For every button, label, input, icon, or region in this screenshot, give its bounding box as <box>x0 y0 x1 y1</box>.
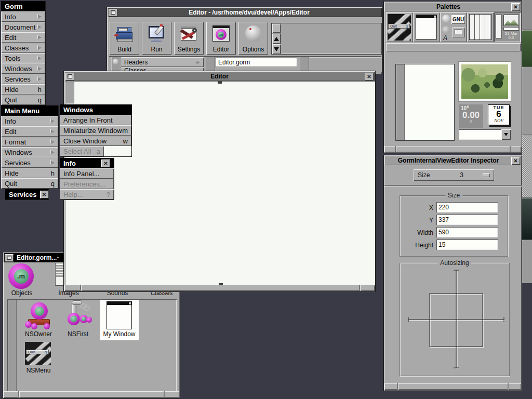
window-title: Editor <box>74 73 365 80</box>
menu-item-close-window[interactable]: Close Windoww <box>60 136 131 146</box>
toolbar-scrollbar[interactable] <box>272 23 281 54</box>
window-resize-bar[interactable] <box>384 383 521 390</box>
main-menu-titlebar[interactable]: Main Menu <box>1 105 58 116</box>
x-field[interactable] <box>436 202 498 212</box>
inspector-titlebar[interactable]: GormInternalViewEditor Inspector ✕ <box>384 156 521 165</box>
menu-item-help[interactable]: Help...? <box>60 189 114 200</box>
menu-item-quit[interactable]: Quitq <box>1 95 45 105</box>
menu-item-classes[interactable]: Classes <box>1 43 45 53</box>
menu-item-hide[interactable]: Hideh <box>1 168 58 178</box>
menu-item-info-panel[interactable]: Info Panel... <box>60 168 114 179</box>
window-resize-bar[interactable] <box>4 391 179 397</box>
dock-tile[interactable] <box>522 198 532 240</box>
tab-objects[interactable]: Objects <box>8 289 35 297</box>
menu-item-document[interactable]: Document <box>1 22 45 32</box>
menu-item-quit[interactable]: Quitq <box>1 178 58 189</box>
y-field[interactable] <box>436 215 498 225</box>
menu-item-miniaturize-window[interactable]: Miniaturize Windowm <box>60 125 131 136</box>
scrollbar-knob[interactable] <box>272 24 281 33</box>
menu-item-windows[interactable]: Windows <box>1 63 45 74</box>
menu-item-windows[interactable]: Windows <box>1 147 58 157</box>
miniaturize-button[interactable] <box>65 73 74 81</box>
calendar-view[interactable]: TUE 6 NOV <box>488 104 510 125</box>
dock-tile[interactable] <box>522 136 532 198</box>
textview-scrollbar[interactable] <box>396 64 405 140</box>
close-button[interactable]: ✕ <box>40 191 49 198</box>
submenu-arrow-icon <box>38 25 42 29</box>
background-dock <box>522 0 532 283</box>
menu-item-preferences[interactable]: Preferences... <box>60 179 114 189</box>
window-resize-bar[interactable] <box>64 285 375 291</box>
menu-item-hide[interactable]: Hideh <box>1 84 45 95</box>
menu-item-select-all[interactable]: Select Alla <box>60 146 104 156</box>
services-menu-titlebar[interactable]: Services ✕ <box>5 189 48 200</box>
windows-menu-titlebar[interactable]: Windows <box>60 104 131 115</box>
gorm-menu-titlebar[interactable]: Gorm <box>1 1 45 11</box>
dock-tile[interactable] <box>522 0 532 30</box>
palette-controls[interactable]: A GNU <box>440 12 467 42</box>
palette-textview[interactable] <box>395 64 455 141</box>
object-nsfirst[interactable]: NSFirst <box>62 300 94 340</box>
scroll-down-button[interactable] <box>272 44 281 54</box>
options-button[interactable]: Options <box>238 22 268 55</box>
menu-item-tools[interactable]: Tools <box>1 53 45 63</box>
autosizing-control[interactable] <box>400 264 509 375</box>
close-button[interactable]: ✕ <box>511 157 520 165</box>
palettes-titlebar[interactable]: Palettes ✕ <box>384 2 521 11</box>
combo-input[interactable] <box>459 129 501 140</box>
miniaturize-button[interactable] <box>5 254 14 262</box>
objects-scrollbar[interactable] <box>8 300 17 391</box>
palette-misc-selected[interactable]: 31 Mar 0.0 <box>494 12 521 42</box>
info-menu: Info ✕ Info Panel... Preferences... Help… <box>60 158 114 200</box>
inspector-popup-button[interactable]: Size 3 <box>414 169 494 181</box>
palette-data[interactable] <box>467 12 494 42</box>
menu-item-format[interactable]: Format <box>1 137 58 147</box>
menu-item-info[interactable]: Info <box>1 11 45 22</box>
menu-item-edit[interactable]: Edit <box>1 126 58 137</box>
selection-handle-top[interactable] <box>218 81 222 84</box>
width-field[interactable] <box>436 227 498 237</box>
editor-window-titlebar[interactable]: Editor ✕ <box>64 72 375 81</box>
run-button[interactable]: Run <box>142 22 171 55</box>
submenu-arrow-icon <box>38 56 42 60</box>
palette-menus[interactable]: Quitq <box>386 12 413 42</box>
palette-content: 106 0.00 $ TUE 6 NOV <box>385 51 522 147</box>
info-menu-titlebar[interactable]: Info ✕ <box>60 158 114 168</box>
currency-cell[interactable]: 106 0.00 $ <box>459 104 483 128</box>
menu-item-info[interactable]: Info <box>1 116 58 126</box>
combo-dropdown-button[interactable] <box>501 129 511 140</box>
object-nsmenu[interactable]: Quitq NSMenu <box>22 341 55 379</box>
settings-button[interactable]: Settings <box>174 22 204 55</box>
palette-windows[interactable] <box>413 12 440 42</box>
miniaturize-button[interactable] <box>109 9 117 17</box>
miniaturize-icon <box>7 256 11 260</box>
close-button[interactable]: ✕ <box>511 3 520 11</box>
close-button[interactable]: ✕ <box>365 73 374 81</box>
combo-box[interactable] <box>459 129 511 140</box>
dock-tile[interactable] <box>522 241 532 283</box>
build-button[interactable]: Build <box>110 22 139 55</box>
menu-item-services[interactable]: Services <box>1 157 58 168</box>
close-button[interactable]: ✕ <box>101 159 110 167</box>
menu-item-services[interactable]: Services <box>1 74 45 84</box>
palette-imageview[interactable] <box>459 62 511 101</box>
tab-objects-icon[interactable]: .m <box>8 263 34 289</box>
window-resize-bar[interactable] <box>384 146 521 152</box>
editor-button[interactable]: .m Editor <box>206 22 236 55</box>
menu-item-arrange-in-front[interactable]: Arrange In Front <box>60 115 131 125</box>
nsmenu-quit-row: Quitq <box>26 350 49 354</box>
object-mywindow-selected[interactable]: My Window <box>100 300 139 340</box>
scroll-up-button[interactable] <box>272 34 281 44</box>
browser-cell-headers[interactable]: Headers <box>121 57 204 67</box>
field-label-y: Y <box>404 217 433 224</box>
dock-tile[interactable] <box>522 31 532 67</box>
services-menu: Services ✕ <box>5 189 49 200</box>
window-title: Editor.gorm...- <box>17 254 59 261</box>
menu-item-edit[interactable]: Edit <box>1 32 45 43</box>
browser-cell-selected[interactable]: Editor.gorm <box>215 57 297 67</box>
object-label: NSOwner <box>22 330 55 338</box>
height-field[interactable] <box>436 240 498 250</box>
dock-tile[interactable] <box>522 68 532 135</box>
object-nsowner[interactable]: NSOwner <box>22 300 55 340</box>
editor-app-titlebar[interactable]: Editor - /usr/home/dvu/devel/Apps/Editor <box>108 8 382 17</box>
